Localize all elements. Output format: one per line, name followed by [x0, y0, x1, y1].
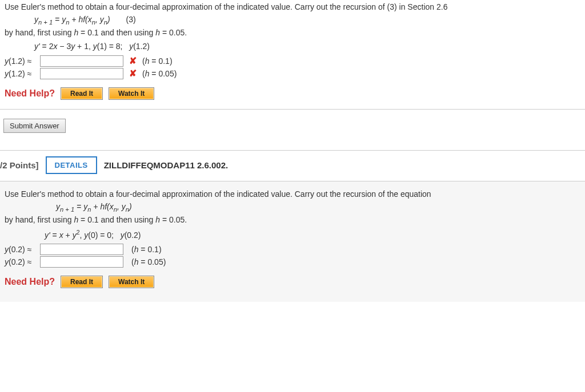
q2-answer-row-2: y(0.2) ≈ (h = 0.05) — [5, 256, 580, 268]
q2-block: Use Euler's method to obtain a four-deci… — [0, 181, 585, 302]
wrong-icon: ✘ — [129, 68, 137, 79]
q2-answer-row-1: y(0.2) ≈ (h = 0.1) — [5, 244, 580, 255]
need-help-label-2: Need Help? — [5, 277, 55, 287]
q1-formula: yn + 1 = yn + hf(xn, yn) (3) — [34, 15, 585, 26]
need-help-label: Need Help? — [5, 88, 55, 99]
q1-answer1-hnote: (h = 0.1) — [142, 56, 173, 66]
read-it-button-2[interactable]: Read It — [61, 276, 103, 288]
need-help-row: Need Help? Read It Watch It — [5, 87, 585, 100]
need-help-row-2: Need Help? Read It Watch It — [5, 276, 580, 288]
points-row: /2 Points] DETAILS ZILLDIFFEQMODAP11 2.6… — [0, 156, 585, 174]
q1-equation: y' = 2x − 3y + 1, y(1) = 8; y(1.2) — [34, 42, 585, 51]
q2-formula: yn + 1 = yn + hf(xn, yn) — [56, 202, 580, 213]
points-label: /2 Points] — [0, 160, 39, 170]
q1-answer2-label: y(1.2) ≈ — [5, 69, 38, 78]
details-button[interactable]: DETAILS — [46, 156, 97, 174]
q1-answer2-input[interactable] — [40, 68, 123, 79]
q1-byhand: by hand, first using h = 0.1 and then us… — [5, 28, 585, 37]
q2-answer1-hnote: (h = 0.1) — [131, 245, 162, 254]
q1-answer-row-2: y(1.2) ≈ ✘ (h = 0.05) — [5, 68, 585, 79]
q1-answer2-hnote: (h = 0.05) — [142, 69, 177, 78]
q1-answer-row-1: y(1.2) ≈ ✘ (h = 0.1) — [5, 55, 585, 67]
q2-prompt: Use Euler's method to obtain a four-deci… — [5, 189, 580, 199]
submit-answer-button[interactable]: Submit Answer — [3, 119, 66, 133]
section-divider — [0, 150, 585, 151]
q1-answer1-input[interactable] — [40, 55, 123, 67]
watch-it-button-2[interactable]: Watch It — [109, 276, 154, 288]
q1-answer1-label: y(1.2) ≈ — [5, 56, 38, 66]
watch-it-button[interactable]: Watch It — [109, 87, 154, 100]
q2-answer2-label: y(0.2) ≈ — [5, 257, 38, 266]
q2-answer1-label: y(0.2) ≈ — [5, 245, 38, 254]
read-it-button[interactable]: Read It — [61, 87, 103, 100]
q2-byhand: by hand, first using h = 0.1 and then us… — [5, 215, 580, 224]
q1-prompt: Use Euler's method to obtain a four-deci… — [5, 2, 585, 11]
problem-reference: ZILLDIFFEQMODAP11 2.6.002. — [104, 160, 229, 170]
q2-answer1-input[interactable] — [40, 244, 123, 255]
q2-answer2-hnote: (h = 0.05) — [131, 257, 166, 266]
q2-answer2-input[interactable] — [40, 256, 123, 268]
q1-eq-label: (3) — [126, 15, 136, 24]
divider — [0, 109, 585, 110]
q2-equation: y' = x + y2, y(0) = 0; y(0.2) — [45, 229, 580, 240]
wrong-icon: ✘ — [129, 55, 137, 66]
